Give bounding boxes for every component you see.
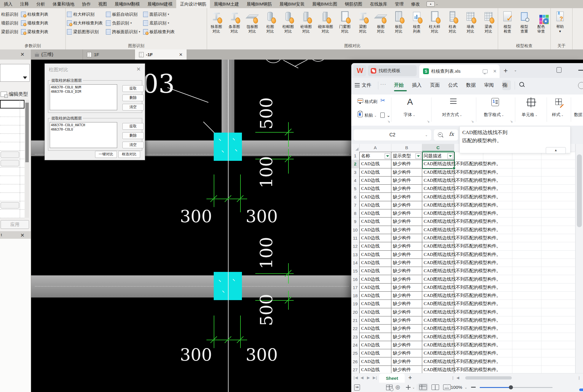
cell-B6[interactable]: 缺少构件 [391,193,422,201]
property-row[interactable] [0,134,24,142]
dialog-launcher-icon[interactable]: ↘ [471,120,474,123]
ribbon-tab-协作[interactable]: 协作 [78,0,95,8]
cell-B22[interactable]: 缺少构件 [391,325,422,333]
ribbon-bigbutton-板筋对比[interactable]: 板筋对比 [392,8,406,48]
cell-C2[interactable]: CAD图纸边线找不到匹配的模型构件。 [422,160,454,168]
scrollbar-thumb[interactable] [25,103,29,162]
minimize-window-icon[interactable] [578,70,583,71]
ribbon-button-柱大样核查列表[interactable]: 柱大样核查列表 [67,19,103,27]
row-header-22[interactable]: 22 [351,325,359,333]
cell-C20[interactable]: CAD图纸边线找不到匹配的模型构件。 [422,308,454,316]
clear-button[interactable]: 清空 [122,104,144,111]
cell-F15[interactable] [512,267,541,275]
cell-F24[interactable] [512,341,541,349]
ribbon-button-柱大样识别[interactable]: 柱大样识别 [67,10,103,19]
cell-G14[interactable] [541,259,575,267]
cell-A7[interactable]: CAD边线 [359,201,391,209]
row-header-14[interactable]: 14 [351,259,359,267]
target-icon[interactable]: ◎ [395,384,400,390]
select-all-corner[interactable] [351,144,360,152]
delete-button[interactable]: 删除 [122,95,144,101]
cell-C27[interactable]: CAD图纸边线找不到匹配的模型构件。 [422,366,454,373]
ribbon-bigbutton-模型检查[interactable]: 模型检查 [500,8,514,48]
ribbon-button-板筋自动识别[interactable]: 板筋自动识别 [106,10,140,19]
document-tab[interactable]: S 柱核查列表.xls ✕ [419,65,500,78]
cell-F9[interactable] [512,218,541,226]
cell-A17[interactable]: CAD边线 [359,284,391,292]
ribbon-bigbutton-梁表对比[interactable]: 梁表对比 [482,8,495,48]
row-header-24[interactable]: 24 [351,341,359,349]
cell-F12[interactable] [512,242,541,250]
cell-A2[interactable]: CAD边线 [359,160,391,168]
cell-F2[interactable] [512,160,541,168]
cell-A9[interactable]: CAD边线 [359,218,391,226]
cell-C13[interactable]: CAD图纸边线找不到匹配的模型构件。 [422,251,454,259]
cell-F26[interactable] [512,358,541,366]
cell-B24[interactable]: 缺少构件 [391,341,422,349]
cell-G16[interactable] [541,275,575,284]
ribbon-bigbutton-条基图对比[interactable]: 条基图对比 [227,8,241,48]
row-header-23[interactable]: 23 [351,333,359,341]
cell-G13[interactable] [541,251,575,259]
cell-B27[interactable]: 缺少构件 [391,366,422,373]
collapse-formula-button[interactable]: ▲ [546,147,566,154]
row-header-27[interactable]: 27 [351,366,359,373]
cell-F10[interactable] [512,226,541,234]
zoom-level[interactable]: 100% [451,385,462,390]
spreadsheet-grid[interactable]: ABCDEF1名称提示类型问题描述2CAD边线缺少构件CAD图纸边线找不到匹配的… [351,144,575,373]
ribbon-bigbutton-帮助[interactable]: 帮助▾ [553,8,567,48]
copy-icon[interactable] [380,113,385,118]
cell-C9[interactable]: CAD图纸边线找不到匹配的模型构件。 [422,218,454,226]
delete-button[interactable]: 删除 [122,132,144,139]
cell-A26[interactable]: CAD边线 [359,358,391,366]
cell-G3[interactable] [541,168,575,177]
cell-C22[interactable]: CAD图纸边线找不到匹配的模型构件。 [422,325,454,333]
column-header-B[interactable]: B [391,144,422,152]
cell-F16[interactable] [512,275,541,284]
ribbon-button-柱核查列表[interactable]: 柱核查列表 [21,10,49,19]
cell-F7[interactable] [512,201,541,209]
ribbon-tab-晨曦BIM出图[interactable]: 晨曦BIM出图 [308,0,341,8]
wps-menu-审阅[interactable]: 审阅 [484,82,494,88]
data-menu[interactable]: 数据 [574,112,582,117]
cell-A5[interactable]: CAD边线 [359,185,391,193]
cell-C21[interactable]: CAD图纸边线找不到匹配的模型构件。 [422,316,454,325]
chevron-down-icon[interactable]: ⌄ [436,3,438,6]
cell-A14[interactable]: CAD边线 [359,259,391,267]
cell-A1[interactable]: 名称 [359,152,391,160]
cell-G12[interactable] [541,242,575,250]
one-key-compare-button[interactable]: 一键对比 [95,151,117,158]
property-row[interactable] [0,100,24,108]
sheet-tab[interactable]: Sheet [379,373,405,383]
type-selector-dropdown[interactable] [0,64,30,82]
wps-menu-开始[interactable]: 开始 [394,82,404,88]
row-header-20[interactable]: 20 [351,308,359,316]
cell-C18[interactable]: CAD图纸边线找不到匹配的模型构件。 [422,292,454,300]
column-header-A[interactable]: A [359,144,391,152]
page-break-view-icon[interactable] [443,384,451,390]
row-header-9[interactable]: 9 [351,218,359,226]
row-header-7[interactable]: 7 [351,201,359,209]
ribbon-tab-钢筋切图[interactable]: 钢筋切图 [341,0,366,8]
cell-A15[interactable]: CAD边线 [359,267,391,275]
cell-B21[interactable]: 缺少构件 [391,316,422,325]
cell-F20[interactable] [512,308,541,316]
last-sheet-icon[interactable]: ▶| [373,375,377,380]
property-row[interactable] [0,210,24,218]
cell-B10[interactable]: 缺少构件 [391,226,422,234]
cell-A24[interactable]: CAD边线 [359,341,391,349]
fill-handle[interactable] [453,167,455,170]
cell-C10[interactable]: CAD图纸边线找不到匹配的模型构件。 [422,226,454,234]
row-header-2[interactable]: 2 [351,160,359,168]
close-icon[interactable]: ✕ [179,52,183,57]
row-header-15[interactable]: 15 [351,267,359,275]
close-icon[interactable]: ✕ [493,69,497,74]
cell-C12[interactable]: CAD图纸边线找不到匹配的模型构件。 [422,242,454,250]
box-select-compare-button[interactable]: 框选对比 [118,151,140,158]
cell-F4[interactable] [512,177,541,185]
row-header-6[interactable]: 6 [351,193,359,201]
page-layout-view-icon[interactable] [432,384,439,390]
cell-G22[interactable] [541,325,575,333]
move-icon[interactable] [406,385,411,390]
cell-G20[interactable] [541,308,575,316]
